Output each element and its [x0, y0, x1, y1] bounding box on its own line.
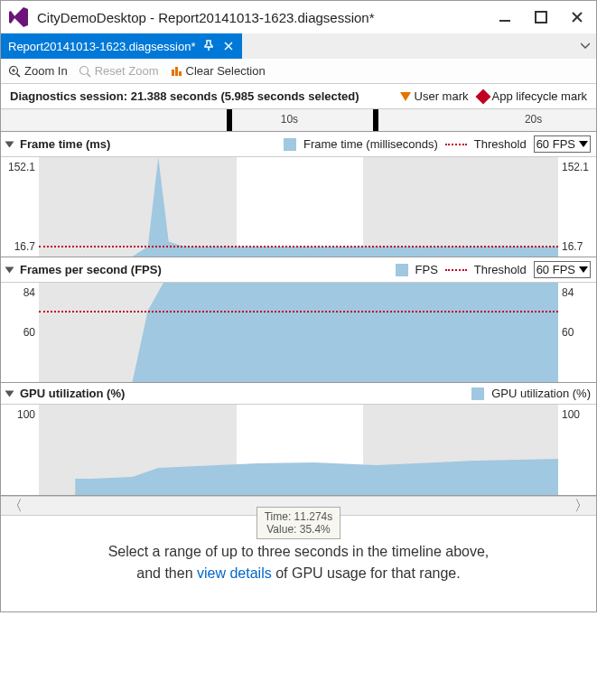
fps-title: Frames per second (FPS)	[20, 263, 162, 276]
fps-series-label: FPS	[415, 263, 438, 276]
clear-selection-icon	[170, 65, 182, 78]
frame-time-threshold-label: Threshold	[474, 137, 527, 151]
user-mark-icon	[400, 92, 411, 101]
threshold-sample-icon	[445, 144, 467, 145]
scroll-right-icon[interactable]: 〉	[574, 497, 589, 516]
view-details-link[interactable]: view details	[197, 565, 272, 581]
frame-time-fps-value: 60 FPS	[536, 137, 575, 151]
ruler-tick-10s: 10s	[281, 113, 298, 126]
chevron-down-icon	[579, 141, 588, 147]
gpu-title: GPU utilization (%)	[20, 387, 125, 400]
fps-fps-value: 60 FPS	[536, 263, 575, 276]
fps-swatch-icon	[396, 264, 408, 276]
fps-fps-select[interactable]: 60 FPS	[534, 261, 591, 278]
gpu-header: GPU utilization (%) GPU utilization (%)	[1, 383, 596, 405]
tooltip-value: Value: 35.4%	[265, 523, 333, 536]
frame-time-swatch-icon	[284, 138, 296, 151]
frame-time-y-left: 152.1 16.7	[1, 157, 39, 257]
lifecycle-mark-label: App lifecycle mark	[492, 89, 587, 103]
session-summary-bar: Diagnostics session: 21.388 seconds (5.9…	[1, 84, 596, 108]
zoom-in-button[interactable]: Zoom In	[8, 64, 68, 78]
zoom-in-icon	[8, 65, 21, 78]
svg-rect-0	[499, 20, 510, 22]
ruler-tick-20s: 20s	[525, 113, 542, 126]
gpu-series-label: GPU utilization (%)	[491, 387, 591, 400]
svg-line-11	[87, 73, 90, 77]
gpu-y-right: 100	[558, 405, 596, 495]
close-icon	[571, 11, 583, 23]
frame-time-series-label: Frame time (milliseconds)	[303, 137, 438, 151]
reset-zoom-icon	[79, 65, 91, 78]
tab-label: Report20141013-1623.diagsession*	[8, 40, 195, 53]
app-window: CityDemoDesktop - Report20141013-1623.di…	[0, 0, 597, 612]
fps-threshold-label: Threshold	[474, 263, 527, 276]
lifecycle-mark-legend: App lifecycle mark	[478, 89, 587, 103]
diagnostics-toolbar: Zoom In Reset Zoom Clear Selection	[1, 59, 596, 84]
gpu-y-left: 100	[1, 405, 39, 495]
frame-time-fps-select[interactable]: 60 FPS	[534, 135, 591, 153]
clear-selection-button[interactable]: Clear Selection	[170, 64, 266, 78]
svg-rect-12	[172, 70, 174, 76]
tooltip-time: Time: 11.274s	[265, 510, 333, 523]
svg-point-10	[79, 66, 88, 74]
frame-time-y-right: 152.1 16.7	[558, 157, 596, 257]
collapse-toggle[interactable]	[5, 390, 14, 397]
chevron-down-icon	[581, 42, 590, 51]
pin-icon[interactable]	[202, 40, 215, 53]
close-button[interactable]	[565, 8, 589, 26]
clear-selection-label: Clear Selection	[186, 64, 266, 78]
collapse-toggle[interactable]	[5, 141, 14, 147]
reset-zoom-label: Reset Zoom	[95, 64, 159, 78]
chevron-down-icon	[579, 266, 588, 273]
user-mark-legend: User mark	[400, 89, 469, 103]
svg-marker-16	[133, 283, 559, 382]
fps-panel: Frames per second (FPS) FPS Threshold 60…	[1, 257, 596, 383]
reset-zoom-button[interactable]: Reset Zoom	[79, 64, 159, 78]
minimize-icon	[499, 11, 511, 23]
maximize-icon	[535, 11, 547, 23]
titlebar: CityDemoDesktop - Report20141013-1623.di…	[1, 1, 596, 33]
collapse-toggle[interactable]	[5, 266, 14, 273]
chart-tooltip: Time: 11.274s Value: 35.4%	[257, 507, 341, 539]
frame-time-header: Frame time (ms) Frame time (milliseconds…	[1, 132, 596, 157]
minimize-button[interactable]	[493, 8, 517, 26]
gpu-swatch-icon	[471, 387, 484, 400]
fps-y-right: 84 60	[558, 283, 596, 382]
frame-time-chart[interactable]: 152.1 16.7 152.1 16.7	[1, 157, 596, 257]
maximize-button[interactable]	[529, 8, 553, 26]
svg-marker-17	[75, 459, 558, 495]
tab-close-button[interactable]	[222, 40, 235, 53]
zoom-in-label: Zoom In	[24, 64, 68, 78]
document-tab-bar: Report20141013-1623.diagsession*	[1, 33, 596, 59]
tab-active[interactable]: Report20141013-1623.diagsession*	[1, 33, 242, 59]
svg-rect-14	[179, 71, 182, 76]
lifecycle-mark-icon	[475, 89, 490, 104]
user-mark-label: User mark	[415, 89, 469, 103]
gpu-chart[interactable]: 100 100	[1, 405, 596, 495]
timeline-ruler[interactable]: 10s 20s	[1, 108, 596, 132]
svg-line-7	[17, 73, 21, 77]
frame-time-title: Frame time (ms)	[20, 137, 110, 151]
svg-marker-15	[133, 157, 559, 257]
scroll-left-icon[interactable]: 〈	[8, 497, 23, 516]
fps-header: Frames per second (FPS) FPS Threshold 60…	[1, 257, 596, 283]
svg-rect-1	[536, 12, 546, 23]
threshold-sample-icon	[445, 269, 467, 271]
vs-logo-icon	[8, 6, 30, 28]
tab-overflow-chevron[interactable]	[574, 33, 596, 59]
gpu-panel: GPU utilization (%) GPU utilization (%) …	[1, 383, 596, 496]
frame-time-panel: Frame time (ms) Frame time (milliseconds…	[1, 132, 596, 257]
window-title: CityDemoDesktop - Report20141013-1623.di…	[37, 10, 493, 25]
fps-chart[interactable]: 84 60 84 60	[1, 283, 596, 382]
session-summary: Diagnostics session: 21.388 seconds (5.9…	[10, 89, 391, 103]
fps-y-left: 84 60	[1, 283, 39, 382]
svg-rect-13	[175, 67, 178, 76]
